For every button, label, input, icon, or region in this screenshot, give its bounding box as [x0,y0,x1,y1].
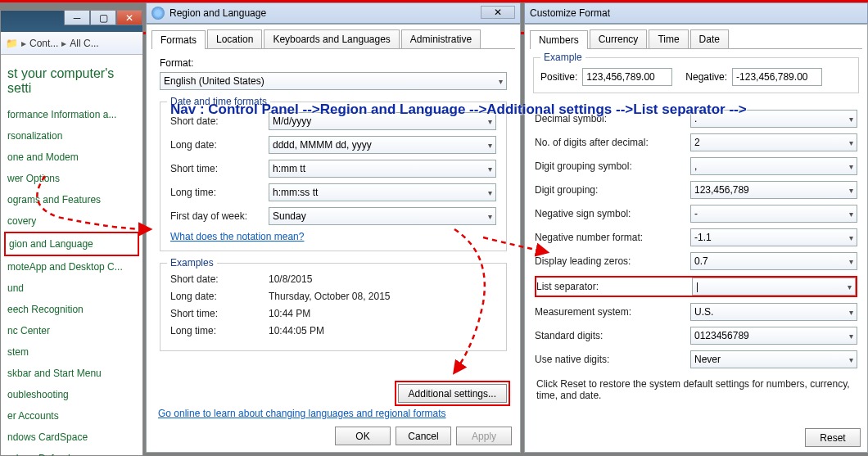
tab-numbers[interactable]: Numbers [530,30,588,49]
group-title: Example [540,52,585,63]
tab-time[interactable]: Time [649,29,688,48]
sidebar-item[interactable]: ndows Defender [4,448,139,456]
nav-icon: 📁 [6,38,18,49]
sidebar-item[interactable]: one and Modem [4,147,139,168]
tab-administrative[interactable]: Administrative [401,29,481,48]
field-select[interactable]: | [692,278,856,296]
field-select[interactable]: U.S. [690,303,857,321]
sidebar-item[interactable]: ograms and Features [4,189,139,210]
sidebar-item[interactable]: wer Options [4,168,139,189]
field-select[interactable]: - [690,205,857,223]
breadcrumb[interactable]: 📁 ▸ Cont... ▸ All C... [1,32,142,55]
sidebar-item[interactable]: rsonalization [4,125,139,147]
sidebar-item[interactable]: covery [4,210,139,232]
annotation-text: Nav : Control Panel -->Region and Langua… [170,102,868,118]
long-time-select[interactable]: h:mm:ss tt [269,183,496,201]
control-panel-window: ─ ▢ ✕ 📁 ▸ Cont... ▸ All C... st your com… [0,10,143,456]
field-label: No. of digits after decimal: [535,137,690,148]
breadcrumb-item[interactable]: Cont... [29,38,58,49]
ok-button[interactable]: OK [335,427,391,445]
region-language-dialog: Region and Language ✕ FormatsLocationKey… [146,2,521,454]
dialog-title: Customize Format [530,7,610,19]
field-label: Digit grouping: [535,184,690,196]
customize-format-dialog: Customize Format NumbersCurrencyTimeDate… [524,2,868,454]
titlebar: ─ ▢ ✕ [1,11,142,32]
maximize-button[interactable]: ▢ [90,11,116,25]
field-label: Use native digits: [535,354,690,365]
field-select[interactable]: Never [690,350,857,368]
sidebar-item[interactable]: moteApp and Desktop C... [4,256,139,278]
group-title: Examples [167,257,217,269]
field-label: List separator: [536,281,692,292]
sidebar-item[interactable]: gion and Language [4,232,139,256]
sidebar-item[interactable]: eech Recognition [4,299,139,320]
dialog-titlebar: Region and Language ✕ [146,2,521,24]
close-button[interactable]: ✕ [481,6,515,19]
tab-formats[interactable]: Formats [151,30,206,49]
format-select[interactable]: English (United States) [160,72,507,90]
field-label: Negative number format: [535,232,690,243]
first-day-select[interactable]: Sunday [269,207,496,225]
sidebar-item[interactable]: nc Center [4,320,139,341]
tab-currency[interactable]: Currency [590,29,648,48]
field-select[interactable]: 123,456,789 [690,181,857,199]
sidebar-item[interactable]: oubleshooting [4,384,139,405]
additional-settings-button[interactable]: Additional settings... [398,384,507,403]
reset-description: Click Reset to restore the system defaul… [536,378,856,401]
dialog-titlebar: Customize Format [524,2,868,24]
sidebar-item[interactable]: formance Information a... [4,104,139,125]
sidebar-item[interactable]: und [4,278,139,299]
sidebar-item[interactable]: skbar and Start Menu [4,363,139,384]
positive-example: 123,456,789.00 [582,68,672,86]
tab-keyboards-and-languages[interactable]: Keyboards and Languages [264,29,399,48]
negative-example: -123,456,789.00 [732,68,822,86]
format-label: Format: [160,57,507,69]
field-label: Negative sign symbol: [535,208,690,219]
reset-button[interactable]: Reset [805,428,861,447]
field-select[interactable]: -1.1 [690,228,857,246]
apply-button[interactable]: Apply [456,427,512,445]
field-select[interactable]: , [690,157,857,175]
notation-link[interactable]: What does the notation mean? [170,231,304,242]
minimize-button[interactable]: ─ [64,11,90,25]
tab-date[interactable]: Date [690,29,729,48]
breadcrumb-item[interactable]: All C... [70,38,98,49]
field-label: Display leading zeros: [535,255,690,267]
short-time-select[interactable]: h:mm tt [269,160,496,178]
tab-location[interactable]: Location [207,29,262,48]
long-date-select[interactable]: dddd, MMMM dd, yyyy [269,136,496,154]
close-button[interactable]: ✕ [116,11,142,25]
online-link[interactable]: Go online to learn about changing langua… [158,408,446,419]
field-select[interactable]: 0.7 [690,252,857,270]
field-label: Digit grouping symbol: [535,160,690,172]
sidebar-item[interactable]: ndows CardSpace [4,427,139,448]
sidebar-item[interactable]: er Accounts [4,405,139,427]
page-heading: st your computer's setti [1,55,142,104]
field-select[interactable]: 0123456789 [690,327,857,345]
sidebar-item[interactable]: stem [4,341,139,363]
field-select[interactable]: 2 [690,133,857,151]
field-label: Measurement system: [535,306,690,318]
dialog-title: Region and Language [170,7,266,19]
field-label: Standard digits: [535,330,690,341]
globe-icon [151,7,165,20]
cancel-button[interactable]: Cancel [396,427,451,445]
